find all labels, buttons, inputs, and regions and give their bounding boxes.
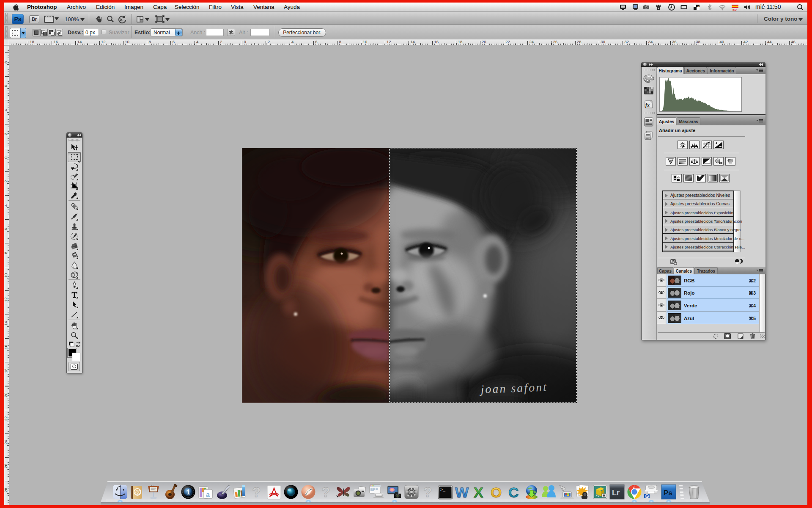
svg-text:W: W xyxy=(455,485,469,500)
svg-text:@: @ xyxy=(135,489,141,495)
svg-text:hp: hp xyxy=(646,495,650,498)
svg-text:?: ? xyxy=(321,484,330,500)
svg-text:X: X xyxy=(474,485,483,500)
svg-text:O: O xyxy=(491,485,502,500)
svg-text:>_: >_ xyxy=(440,488,446,492)
svg-text:C: C xyxy=(508,485,519,500)
svg-text:?: ? xyxy=(252,484,261,500)
svg-text:Ps: Ps xyxy=(664,489,672,497)
svg-text:1: 1 xyxy=(187,489,190,496)
svg-text:Lr: Lr xyxy=(612,489,620,497)
svg-text:fx: fx xyxy=(645,102,650,108)
svg-text:a: a xyxy=(206,491,210,498)
svg-text:?: ? xyxy=(423,484,432,500)
svg-text:1: 1 xyxy=(697,5,700,9)
svg-text:ISO: ISO xyxy=(732,8,737,11)
